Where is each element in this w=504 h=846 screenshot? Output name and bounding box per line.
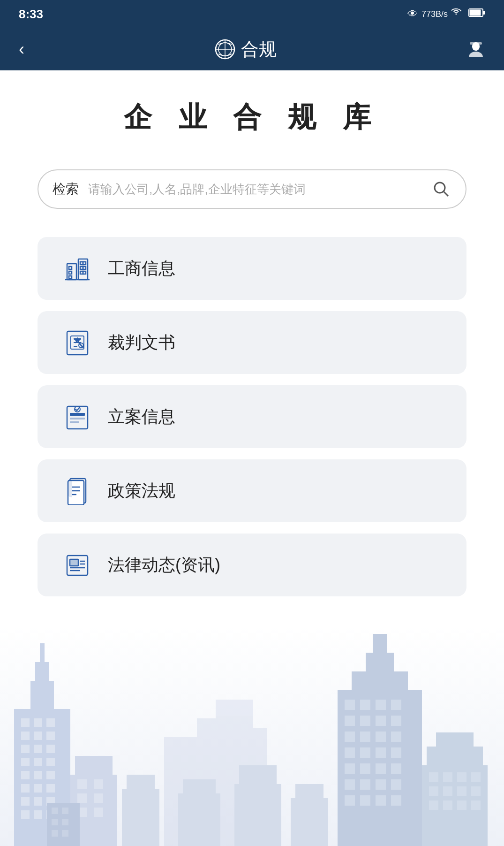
svg-rect-57 bbox=[21, 745, 30, 753]
svg-rect-76 bbox=[75, 756, 113, 775]
svg-rect-54 bbox=[21, 732, 30, 740]
svg-rect-117 bbox=[391, 779, 401, 790]
wifi-icon bbox=[451, 8, 465, 21]
svg-rect-15 bbox=[69, 276, 72, 279]
svg-rect-118 bbox=[345, 795, 355, 806]
svg-rect-96 bbox=[376, 700, 386, 710]
svg-rect-99 bbox=[360, 716, 370, 726]
svg-rect-133 bbox=[429, 800, 438, 810]
svg-rect-7 bbox=[470, 42, 482, 45]
svg-rect-36 bbox=[70, 559, 78, 566]
nav-logo-icon bbox=[215, 39, 235, 60]
policy-icon bbox=[61, 474, 94, 507]
svg-rect-97 bbox=[391, 700, 401, 710]
judgment-icon bbox=[61, 326, 94, 359]
city-illustration bbox=[0, 625, 504, 846]
menu-item-business[interactable]: 工商信息 bbox=[38, 237, 466, 300]
menu-item-news[interactable]: 法律动态(资讯) bbox=[38, 534, 466, 596]
svg-rect-52 bbox=[34, 718, 42, 727]
svg-rect-26 bbox=[70, 413, 85, 416]
svg-rect-120 bbox=[376, 795, 386, 806]
svg-rect-102 bbox=[345, 732, 355, 742]
search-bar[interactable]: 检索 请输入公司,人名,品牌,企业特征等关键词 bbox=[38, 169, 466, 209]
svg-rect-87 bbox=[62, 819, 68, 825]
svg-rect-70 bbox=[34, 797, 42, 806]
svg-rect-126 bbox=[443, 772, 452, 782]
menu-label-judgment: 裁判文书 bbox=[108, 331, 175, 354]
svg-rect-103 bbox=[360, 732, 370, 742]
svg-rect-110 bbox=[345, 763, 355, 774]
svg-rect-48 bbox=[30, 681, 54, 709]
menu-item-filing[interactable]: 立案信息 bbox=[38, 385, 466, 448]
svg-rect-95 bbox=[360, 700, 370, 710]
svg-rect-106 bbox=[345, 747, 355, 758]
cityscape bbox=[0, 625, 504, 846]
search-label: 检索 bbox=[53, 180, 79, 198]
svg-rect-109 bbox=[391, 747, 401, 758]
profile-icon bbox=[464, 38, 488, 61]
menu-item-policy[interactable]: 政策法规 bbox=[38, 459, 466, 522]
svg-rect-129 bbox=[429, 786, 438, 796]
svg-rect-125 bbox=[429, 772, 438, 782]
svg-rect-63 bbox=[21, 771, 30, 779]
svg-rect-82 bbox=[94, 808, 103, 817]
eye-icon: 👁 bbox=[407, 8, 418, 20]
svg-rect-55 bbox=[34, 732, 42, 740]
svg-rect-128 bbox=[471, 772, 481, 782]
svg-rect-143 bbox=[291, 798, 328, 846]
svg-rect-28 bbox=[70, 421, 79, 423]
menu-item-judgment[interactable]: 裁判文书 bbox=[38, 311, 466, 374]
svg-rect-84 bbox=[52, 808, 58, 814]
news-icon bbox=[61, 549, 94, 581]
svg-rect-79 bbox=[77, 793, 87, 803]
svg-rect-130 bbox=[443, 786, 452, 796]
svg-rect-104 bbox=[376, 732, 386, 742]
svg-rect-61 bbox=[34, 758, 42, 766]
page-title: 企 业 合 规 库 bbox=[38, 99, 466, 137]
svg-rect-115 bbox=[360, 779, 370, 790]
svg-rect-64 bbox=[34, 771, 42, 779]
svg-rect-77 bbox=[77, 779, 87, 789]
svg-rect-119 bbox=[360, 795, 370, 806]
svg-rect-138 bbox=[127, 775, 155, 789]
nav-title: 合规 bbox=[215, 38, 277, 61]
svg-rect-51 bbox=[21, 718, 30, 727]
menu-label-filing: 立案信息 bbox=[108, 405, 175, 428]
svg-rect-56 bbox=[46, 732, 55, 740]
status-time: 8:33 bbox=[19, 7, 43, 22]
svg-rect-114 bbox=[345, 779, 355, 790]
menu-label-news: 法律动态(资讯) bbox=[108, 554, 220, 577]
battery-icon bbox=[468, 8, 485, 20]
svg-rect-132 bbox=[471, 786, 481, 796]
svg-rect-101 bbox=[391, 716, 401, 726]
data-icon: 773B/s bbox=[421, 9, 448, 19]
svg-rect-21 bbox=[83, 271, 86, 274]
svg-rect-78 bbox=[94, 779, 103, 789]
svg-rect-139 bbox=[178, 793, 220, 846]
search-icon[interactable] bbox=[431, 179, 451, 199]
svg-rect-100 bbox=[376, 716, 386, 726]
svg-rect-140 bbox=[183, 779, 216, 793]
menu-label-business: 工商信息 bbox=[108, 257, 175, 280]
svg-rect-116 bbox=[376, 779, 386, 790]
nav-right-button[interactable] bbox=[462, 35, 490, 63]
svg-rect-94 bbox=[345, 700, 355, 710]
svg-rect-137 bbox=[122, 789, 159, 846]
building-icon bbox=[61, 252, 94, 285]
status-bar: 8:33 👁 773B/s bbox=[0, 0, 504, 28]
svg-rect-20 bbox=[83, 267, 86, 269]
svg-rect-127 bbox=[457, 772, 466, 782]
svg-rect-88 bbox=[52, 830, 58, 837]
nav-bar: ‹ 合规 bbox=[0, 28, 504, 70]
svg-rect-112 bbox=[376, 763, 386, 774]
search-placeholder-text: 请输入公司,人名,品牌,企业特征等关键词 bbox=[88, 181, 431, 198]
svg-rect-93 bbox=[373, 634, 387, 653]
svg-rect-80 bbox=[94, 793, 103, 803]
nav-title-text: 合规 bbox=[241, 38, 277, 61]
menu-label-policy: 政策法规 bbox=[108, 480, 175, 503]
svg-rect-53 bbox=[46, 718, 55, 727]
svg-rect-58 bbox=[34, 745, 42, 753]
back-button[interactable]: ‹ bbox=[14, 35, 29, 64]
svg-rect-105 bbox=[391, 732, 401, 742]
svg-rect-67 bbox=[34, 784, 42, 793]
